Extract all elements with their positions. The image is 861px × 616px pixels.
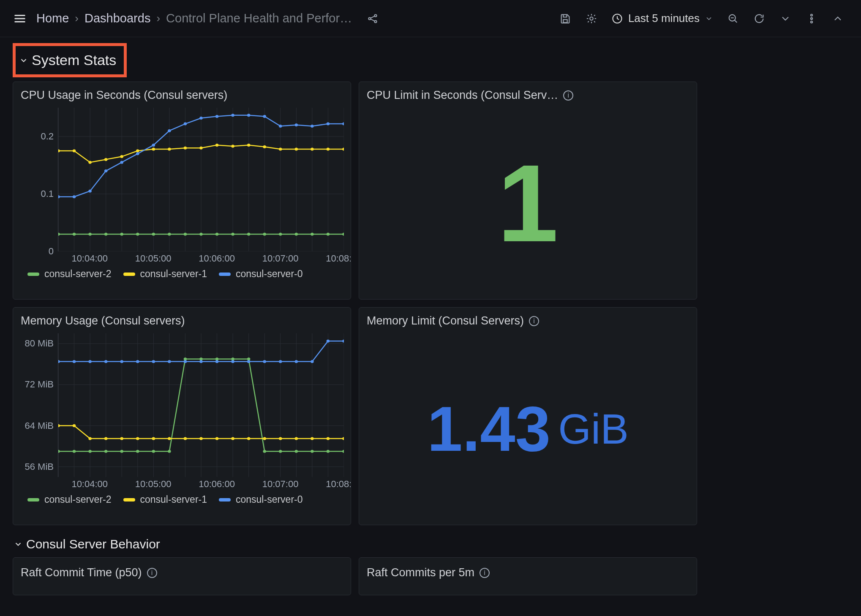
legend-item[interactable]: consul-server-0 <box>219 268 303 280</box>
y-tick-label: 72 MiB <box>25 379 54 390</box>
panel-memory-usage[interactable]: Memory Usage (Consul servers) 80 MiB72 M… <box>13 307 351 525</box>
svg-point-127 <box>184 357 187 360</box>
topbar: Home › Dashboards › Control Plane Health… <box>0 0 861 37</box>
svg-point-68 <box>215 144 219 147</box>
svg-point-130 <box>231 357 234 360</box>
kebab-icon <box>806 13 817 25</box>
x-tick-label: 10:07:00 <box>262 479 299 490</box>
svg-point-146 <box>184 437 187 440</box>
svg-point-143 <box>136 437 139 440</box>
legend-item[interactable]: consul-server-0 <box>219 494 303 505</box>
svg-point-156 <box>342 437 344 440</box>
svg-point-59 <box>73 150 76 153</box>
svg-point-74 <box>311 147 314 150</box>
svg-point-58 <box>58 150 60 153</box>
svg-point-85 <box>184 123 187 125</box>
svg-point-128 <box>199 357 203 360</box>
time-range-picker[interactable]: Last 5 minutes <box>606 7 718 30</box>
svg-point-81 <box>120 161 123 164</box>
panel-memory-limit[interactable]: Memory Limit (Consul Servers) i 1.43 GiB <box>359 307 697 525</box>
y-tick-label: 0.2 <box>41 131 54 142</box>
refresh-interval-button[interactable] <box>774 7 797 30</box>
info-icon[interactable]: i <box>563 90 573 101</box>
info-icon[interactable]: i <box>529 316 539 326</box>
legend-item[interactable]: consul-server-2 <box>27 494 112 505</box>
info-icon[interactable]: i <box>147 568 157 578</box>
svg-point-70 <box>247 144 251 147</box>
time-range-label: Last 5 minutes <box>628 12 700 25</box>
zoom-out-icon <box>727 13 739 25</box>
svg-point-175 <box>342 340 344 343</box>
dashboard-body: System Stats CPU Usage in Seconds (Consu… <box>0 37 861 595</box>
x-axis: 10:04:0010:05:0010:06:0010:07:0010:08:00 <box>58 479 344 491</box>
svg-point-47 <box>184 233 187 236</box>
svg-point-150 <box>247 437 251 440</box>
legend-label: consul-server-2 <box>44 268 112 280</box>
panel-raft-commit-time[interactable]: Raft Commit Time (p50) i <box>13 557 351 595</box>
collapse-button[interactable] <box>826 7 849 30</box>
panels-row-cpu: CPU Usage in Seconds (Consul servers) 0.… <box>13 82 697 300</box>
panel-cpu-limit[interactable]: CPU Limit in Seconds (Consul Serv… i 1 <box>359 82 697 300</box>
svg-point-168 <box>231 360 234 363</box>
zoom-out-button[interactable] <box>722 7 744 30</box>
breadcrumb-dashboards[interactable]: Dashboards <box>84 11 150 25</box>
svg-point-4 <box>375 14 377 16</box>
panel-cpu-usage[interactable]: CPU Usage in Seconds (Consul servers) 0.… <box>13 82 351 300</box>
svg-point-77 <box>58 195 60 198</box>
x-tick-label: 10:05:00 <box>135 253 172 264</box>
svg-point-93 <box>311 125 314 128</box>
breadcrumb-home[interactable]: Home <box>36 11 69 25</box>
info-icon[interactable]: i <box>480 568 490 578</box>
svg-point-142 <box>120 437 123 440</box>
svg-point-94 <box>327 123 330 125</box>
svg-point-145 <box>168 437 171 440</box>
x-axis: 10:04:0010:05:0010:06:0010:07:0010:08:00 <box>58 253 344 266</box>
svg-point-162 <box>136 360 139 363</box>
x-tick-label: 10:06:00 <box>199 479 235 490</box>
y-tick-label: 0.1 <box>41 188 54 199</box>
panel-title: CPU Limit in Seconds (Consul Serv… i <box>367 89 690 102</box>
legend-swatch <box>123 273 135 276</box>
share-button[interactable] <box>361 7 384 30</box>
svg-point-62 <box>120 155 123 158</box>
svg-point-169 <box>247 360 251 363</box>
svg-point-119 <box>58 450 60 453</box>
svg-point-67 <box>199 147 203 150</box>
panel-raft-commits-5m[interactable]: Raft Commits per 5m i <box>359 557 697 595</box>
svg-point-133 <box>279 450 282 453</box>
save-button[interactable] <box>554 7 577 30</box>
svg-point-170 <box>263 360 266 363</box>
svg-point-136 <box>327 450 330 453</box>
row-header-consul-behavior[interactable]: Consul Server Behavior <box>13 533 848 557</box>
menu-toggle-button[interactable] <box>8 7 31 30</box>
svg-point-144 <box>152 437 155 440</box>
refresh-button[interactable] <box>748 7 771 30</box>
kebab-menu-button[interactable] <box>800 7 823 30</box>
svg-point-132 <box>263 450 266 453</box>
legend-item[interactable]: consul-server-1 <box>123 268 207 280</box>
panel-title: CPU Usage in Seconds (Consul servers) <box>21 89 344 102</box>
svg-point-63 <box>136 150 139 153</box>
svg-point-51 <box>247 233 251 236</box>
svg-point-44 <box>136 233 139 236</box>
svg-point-154 <box>311 437 314 440</box>
legend-item[interactable]: consul-server-1 <box>123 494 207 505</box>
memory-usage-chart: 80 MiB72 MiB64 MiB56 MiB <box>20 333 344 477</box>
svg-point-126 <box>168 450 171 453</box>
memory-limit-value: 1.43 <box>427 397 550 461</box>
svg-point-46 <box>168 233 171 236</box>
svg-point-15 <box>811 17 812 19</box>
row-header-system-stats[interactable]: System Stats <box>13 43 127 77</box>
breadcrumb-current[interactable]: Control Plane Health and Perfor… <box>166 11 352 25</box>
svg-point-88 <box>231 114 234 117</box>
x-tick-label: 10:06:00 <box>199 253 235 264</box>
svg-point-41 <box>88 233 92 236</box>
settings-button[interactable] <box>580 7 603 30</box>
svg-point-78 <box>73 195 76 198</box>
cpu-limit-value: 1 <box>497 148 559 258</box>
svg-point-9 <box>590 17 593 20</box>
svg-point-167 <box>215 360 219 363</box>
y-tick-label: 80 MiB <box>25 338 54 349</box>
legend-item[interactable]: consul-server-2 <box>27 268 112 280</box>
svg-point-66 <box>184 147 187 150</box>
